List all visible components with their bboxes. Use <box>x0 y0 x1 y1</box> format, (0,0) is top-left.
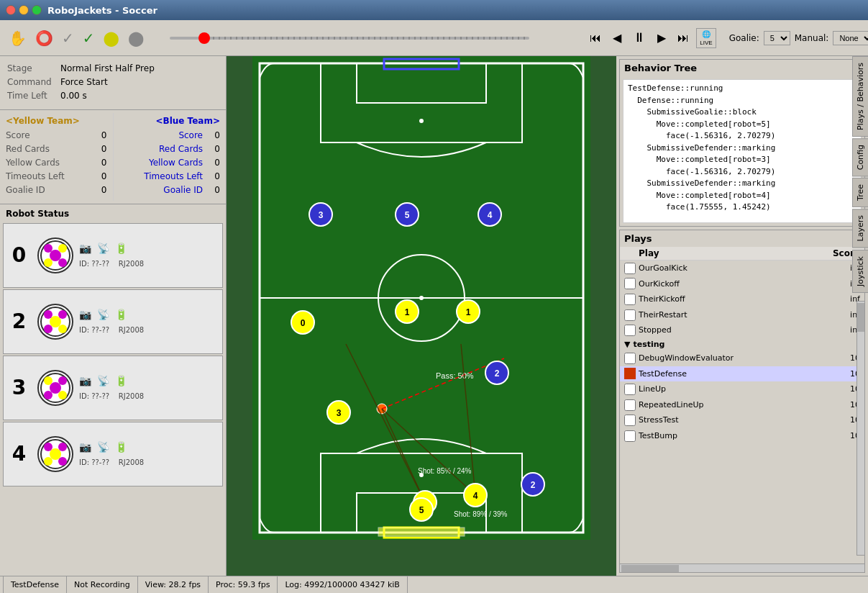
bt-line-6: SubmissiveDefender::marking <box>628 142 856 155</box>
svg-point-22 <box>44 457 52 466</box>
play-check-theirkickoff[interactable] <box>624 294 636 305</box>
manual-select[interactable]: None <box>833 31 868 45</box>
play-check-testbump[interactable] <box>624 430 636 442</box>
play-score-testdefense: 10 <box>824 368 860 381</box>
robot-2-icon <box>37 304 73 340</box>
play-name-stopped: Stopped <box>639 324 824 337</box>
play-row-testdefense[interactable]: TestDefense 10 <box>620 366 864 382</box>
status-recording-text: Not Recording <box>74 580 130 589</box>
robot-0-name: RJ2008 <box>119 260 144 268</box>
hscrollbar-thumb <box>621 565 679 572</box>
check2-icon[interactable]: ✓ <box>81 28 96 48</box>
tab-joystick[interactable]: Joystick <box>852 250 868 293</box>
scrollbar-thumb <box>857 303 864 332</box>
behavior-tree-title: Behavior Tree <box>620 60 864 76</box>
battery-icon: 🔋 <box>115 243 127 254</box>
play-check-theirrestart[interactable] <box>624 309 636 321</box>
play-check-debugwindow[interactable] <box>624 353 636 364</box>
play-row-theirrestart[interactable]: TheirRestart inf <box>620 307 864 323</box>
check-icon[interactable]: ✓ <box>60 28 76 48</box>
play-row-ourkickoff[interactable]: OurKickoff inf <box>620 276 864 292</box>
play-row-testbump[interactable]: TestBump 10 <box>620 428 864 444</box>
yellow-redcards-value: 0 <box>101 142 107 156</box>
svg-point-2 <box>44 244 52 253</box>
tab-plays-behaviors[interactable]: Plays / Behaviors <box>852 56 868 137</box>
play-check-ourkickoff[interactable] <box>624 278 636 289</box>
antenna3-icon: 📡 <box>97 375 109 386</box>
yellow-goalieid-label: Goalie ID <box>6 184 45 197</box>
plays-table[interactable]: OurGoalKick inf OurKickoff inf TheirKick… <box>620 261 864 563</box>
svg-point-20 <box>44 443 52 451</box>
prev-button[interactable]: ◀ <box>608 30 626 46</box>
stage-value: Normal First Half Prep <box>60 62 155 76</box>
play-row-ourgoalkick[interactable]: OurGoalKick inf <box>620 261 864 276</box>
play-row-theirkickoff[interactable]: TheirKickoff inf <box>620 291 864 307</box>
behavior-tree-content[interactable]: TestDefense::running Defense::running Su… <box>623 79 862 223</box>
play-score-lineup: 10 <box>824 383 860 396</box>
tab-tree[interactable]: Tree <box>852 178 868 207</box>
svg-rect-72 <box>378 528 465 536</box>
circle2-icon[interactable]: ⬤ <box>102 28 121 48</box>
dot-icon[interactable]: ⬤ <box>127 28 145 48</box>
bt-line-5: face(-1.56316, 2.70279) <box>628 130 856 142</box>
window-title: RoboJackets - Soccer <box>47 5 157 16</box>
play-check-lineup[interactable] <box>624 384 636 395</box>
window-buttons <box>6 5 42 15</box>
camera4-icon: 📷 <box>79 441 91 453</box>
plays-col-play-header: Play <box>639 248 824 258</box>
robot-0-info: 📷 📡 🔋 ID: ??-?? RJ2008 <box>79 243 144 268</box>
bt-line-9: SubmissiveDefender::marking <box>628 178 856 190</box>
svg-text:4: 4 <box>488 210 493 220</box>
skip-back-button[interactable]: ⏮ <box>585 30 606 46</box>
next-button[interactable]: ▶ <box>653 30 670 46</box>
svg-point-3 <box>58 244 67 253</box>
play-name-stresstest: StressTest <box>639 414 824 427</box>
play-row-repeatedlineup[interactable]: RepeatedLineUp 10 <box>620 397 864 413</box>
robot-2-number: 2 <box>6 309 32 333</box>
yellow-yellowcards-label: Yellow Cards <box>6 156 60 170</box>
info-section: Stage Normal First Half Prep Command For… <box>0 56 226 110</box>
robot-2-info: 📷 📡 🔋 ID: ??-?? RJ2008 <box>79 309 144 334</box>
plays-hscrollbar[interactable] <box>620 563 864 572</box>
tab-layers[interactable]: Layers <box>852 209 868 248</box>
play-check-ourgoalkick[interactable] <box>624 263 636 274</box>
circle-icon[interactable]: ⭕ <box>34 28 55 48</box>
maximize-button[interactable] <box>32 5 42 15</box>
play-check-stresstest[interactable] <box>624 415 636 426</box>
play-check-stopped[interactable] <box>624 325 636 336</box>
play-score-stresstest: 10 <box>824 414 860 427</box>
blue-team-panel: <Blue Team> Score 0 Red Cards 0 Yellow C… <box>114 113 227 201</box>
blue-goalieid-label: Goalie ID <box>119 184 204 197</box>
live-button[interactable]: 🌐LIVE <box>696 28 716 48</box>
goalie-select[interactable]: 5 <box>764 31 790 45</box>
robot-4-info: 📷 📡 🔋 ID: ??-?? RJ2008 <box>79 441 144 466</box>
antenna-icon: 📡 <box>97 243 109 254</box>
play-row-stresstest[interactable]: StressTest 10 <box>620 412 864 428</box>
robot-row-3: 3 📷 📡 🔋 <box>3 356 223 420</box>
bt-line-10: Move::completed[robot=4] <box>628 190 856 202</box>
minimize-button[interactable] <box>19 5 29 15</box>
main-area: Stage Normal First Half Prep Command For… <box>0 56 868 576</box>
play-check-repeatedlineup[interactable] <box>624 399 636 411</box>
tab-config[interactable]: Config <box>852 138 868 176</box>
play-name-repeatedlineup: RepeatedLineUp <box>639 399 824 412</box>
play-score-debugwindow: 10 <box>824 352 860 365</box>
robot-4-id: ID: ??-?? <box>79 458 109 466</box>
play-row-lineup[interactable]: LineUp 10 <box>620 381 864 397</box>
play-group-testing[interactable]: ▼ testing <box>620 338 864 350</box>
svg-point-19 <box>50 448 61 460</box>
robot-status-panel: Robot Status 0 📷 <box>0 204 226 576</box>
plays-scrollbar[interactable] <box>856 301 865 556</box>
svg-text:1: 1 <box>405 307 410 317</box>
yellow-score-label: Score <box>6 129 30 142</box>
svg-point-10 <box>44 325 52 333</box>
play-row-stopped[interactable]: Stopped inf <box>620 322 864 338</box>
plays-section: Plays Play Score OurGoalKick inf OurKick… <box>619 230 865 573</box>
timeline-slider[interactable] <box>170 37 529 40</box>
play-row-debugwindow[interactable]: DebugWindowEvaluator 10 <box>620 350 864 366</box>
skip-forward-button[interactable]: ⏭ <box>673 30 693 46</box>
play-name-ourkickoff: OurKickoff <box>639 278 824 291</box>
pause-button[interactable]: ⏸ <box>629 29 650 47</box>
close-button[interactable] <box>6 5 16 15</box>
hand-icon[interactable]: ✋ <box>7 28 28 48</box>
